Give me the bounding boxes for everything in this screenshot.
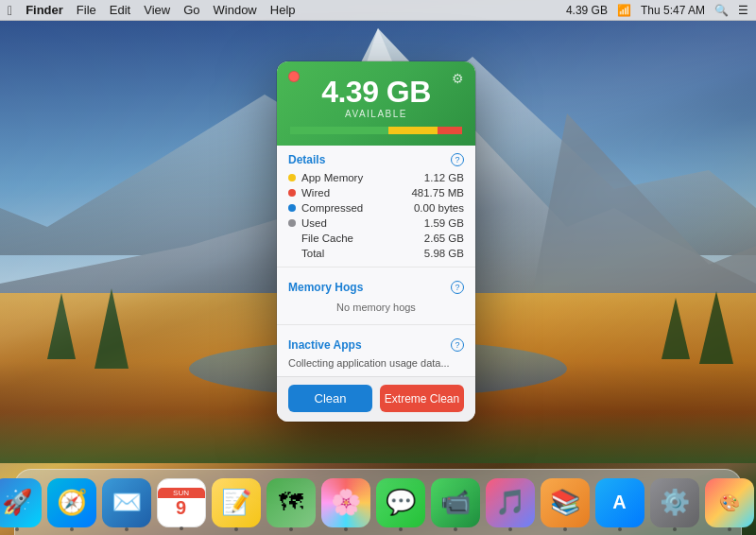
detail-app-memory: App Memory 1.12 GB: [277, 170, 475, 185]
dock: 🗂 ◉ 🚀 🧭 ✉️ SUN 9 📝 🗺 🌸 💬 📹 🎵 📚 A ⚙️ 🎨 📁 …: [14, 469, 742, 535]
compressed-dot: [288, 204, 296, 212]
popup-header: ⚙ 4.39 GB AVAILABLE: [277, 61, 475, 146]
popup-body: Details ? App Memory 1.12 GB Wired 481.7…: [277, 146, 475, 376]
menubar-view[interactable]: View: [144, 3, 170, 17]
dock-icon-maps[interactable]: 🗺: [266, 478, 316, 527]
memory-hogs-title: Memory Hogs: [288, 281, 363, 294]
menubar-battery: 4.39 GB: [566, 4, 608, 17]
dock-icon-launchpad[interactable]: 🚀: [0, 478, 42, 527]
detail-compressed: Compressed 0.00 bytes: [277, 200, 475, 216]
inactive-apps-section-header: Inactive Apps ?: [277, 331, 475, 355]
dock-icon-colorsync[interactable]: 🎨: [705, 478, 754, 527]
memory-bar-app: [388, 127, 438, 134]
app-memory-value: 1.12 GB: [424, 172, 464, 183]
inactive-apps-help-button[interactable]: ?: [451, 338, 464, 352]
used-dot: [288, 219, 296, 227]
inactive-apps-status: Collecting application usage data...: [277, 355, 475, 376]
dock-icon-facetime[interactable]: 📹: [431, 478, 480, 527]
menubar-app-name[interactable]: Finder: [26, 3, 63, 17]
available-label: AVAILABLE: [290, 109, 462, 119]
compressed-label: Compressed: [301, 202, 414, 214]
extreme-clean-button[interactable]: Extreme Clean: [380, 385, 464, 412]
inactive-apps-title: Inactive Apps: [288, 338, 362, 352]
menubar-wifi-icon: 📶: [617, 4, 631, 17]
app-memory-dot: [288, 174, 296, 181]
close-button[interactable]: [288, 71, 300, 82]
memory-hogs-help-button[interactable]: ?: [451, 281, 464, 294]
menubar-file[interactable]: File: [77, 3, 96, 17]
menubar-left:  Finder File Edit View Go Window Help: [8, 3, 296, 18]
memory-amount: 4.39 GB: [290, 77, 462, 107]
dock-icon-books[interactable]: 📚: [541, 478, 590, 527]
memory-bar-available: [290, 127, 388, 134]
clean-button[interactable]: Clean: [288, 385, 372, 412]
dock-icon-notes[interactable]: 📝: [212, 478, 261, 527]
detail-used: Used 1.59 GB: [277, 216, 475, 231]
popup-buttons: Clean Extreme Clean: [277, 376, 475, 422]
details-title: Details: [288, 153, 325, 166]
memory-cleaner-popup: ⚙ 4.39 GB AVAILABLE Details ? App Memory…: [277, 61, 475, 422]
divider-2: [277, 324, 475, 325]
dock-icon-calendar[interactable]: SUN 9: [157, 478, 206, 527]
used-label: Used: [301, 217, 424, 229]
used-value: 1.59 GB: [424, 217, 464, 229]
detail-file-cache: File Cache 2.65 GB: [277, 231, 475, 246]
file-cache-value: 2.65 GB: [424, 233, 464, 244]
divider-1: [277, 267, 475, 268]
dock-icon-safari[interactable]: 🧭: [47, 478, 96, 527]
wired-label: Wired: [301, 187, 411, 198]
dock-icon-messages[interactable]: 💬: [376, 478, 425, 527]
total-value: 5.98 GB: [424, 248, 464, 259]
memory-bar: [290, 127, 462, 134]
details-section-header: Details ?: [277, 146, 475, 170]
dock-icon-itunes[interactable]: 🎵: [486, 478, 535, 527]
apple-menu[interactable]: : [8, 3, 12, 18]
menubar-search-icon[interactable]: 🔍: [714, 4, 729, 17]
file-cache-label: File Cache: [301, 233, 424, 244]
menubar-right: 4.39 GB 📶 Thu 5:47 AM 🔍 ☰: [566, 4, 748, 17]
menubar:  Finder File Edit View Go Window Help 4…: [0, 0, 756, 21]
dock-icon-photos[interactable]: 🌸: [321, 478, 370, 527]
memory-hogs-section-header: Memory Hogs ?: [277, 273, 475, 298]
gear-icon[interactable]: ⚙: [452, 71, 464, 86]
menubar-go[interactable]: Go: [183, 3, 199, 17]
detail-total: Total 5.98 GB: [277, 246, 475, 261]
compressed-value: 0.00 bytes: [414, 202, 464, 214]
menubar-help[interactable]: Help: [270, 3, 296, 17]
wired-dot: [288, 189, 296, 197]
no-memory-hogs-text: No memory hogs: [277, 298, 475, 319]
menubar-time: Thu 5:47 AM: [641, 4, 705, 17]
dock-icon-sysprefs[interactable]: ⚙️: [650, 478, 699, 527]
details-help-button[interactable]: ?: [451, 153, 464, 166]
detail-wired: Wired 481.75 MB: [277, 185, 475, 200]
dock-icon-appstore[interactable]: A: [595, 478, 644, 527]
memory-bar-wired: [438, 127, 462, 134]
menubar-edit[interactable]: Edit: [110, 3, 130, 17]
app-memory-label: App Memory: [301, 172, 424, 183]
dock-icon-mail[interactable]: ✉️: [102, 478, 151, 527]
wired-value: 481.75 MB: [411, 187, 464, 198]
total-label: Total: [301, 248, 424, 259]
menubar-window[interactable]: Window: [214, 3, 257, 17]
menubar-list-icon[interactable]: ☰: [738, 4, 748, 17]
